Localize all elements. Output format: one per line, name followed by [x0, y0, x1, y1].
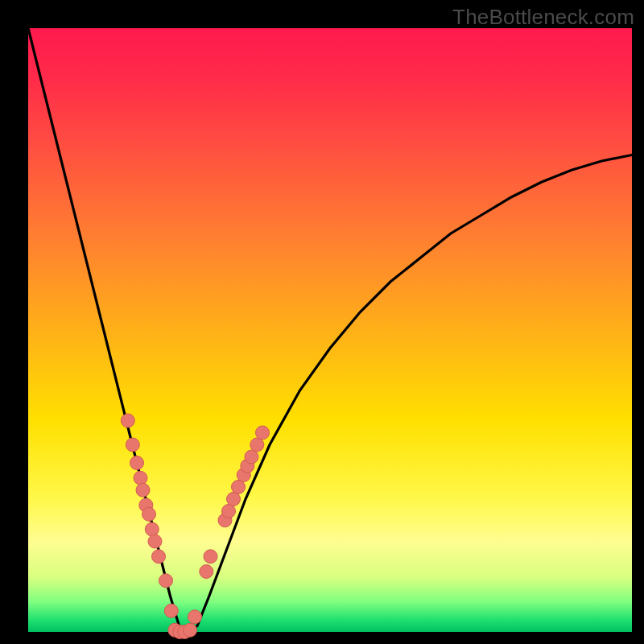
data-point	[130, 456, 144, 470]
data-point	[145, 522, 159, 536]
data-point	[184, 623, 197, 637]
data-point	[136, 483, 150, 497]
data-point	[148, 535, 162, 548]
chart-svg	[28, 28, 632, 632]
data-point	[152, 550, 166, 564]
data-point	[159, 574, 173, 588]
data-point	[164, 604, 178, 617]
data-point	[188, 610, 202, 624]
data-point	[245, 450, 258, 464]
data-point	[232, 481, 246, 494]
data-point	[227, 493, 241, 506]
data-point	[200, 565, 213, 579]
watermark-text: TheBottleneck.com	[452, 5, 634, 30]
data-point	[121, 414, 134, 427]
data-markers	[121, 414, 269, 639]
data-point	[204, 550, 217, 564]
chart-frame: TheBottleneck.com	[0, 0, 644, 644]
data-point	[256, 426, 270, 440]
data-point	[142, 507, 156, 521]
data-point	[250, 438, 264, 452]
bottleneck-curve	[28, 28, 632, 632]
data-point	[126, 438, 139, 452]
data-point	[222, 505, 236, 518]
data-point	[134, 471, 147, 485]
plot-area	[28, 28, 632, 632]
